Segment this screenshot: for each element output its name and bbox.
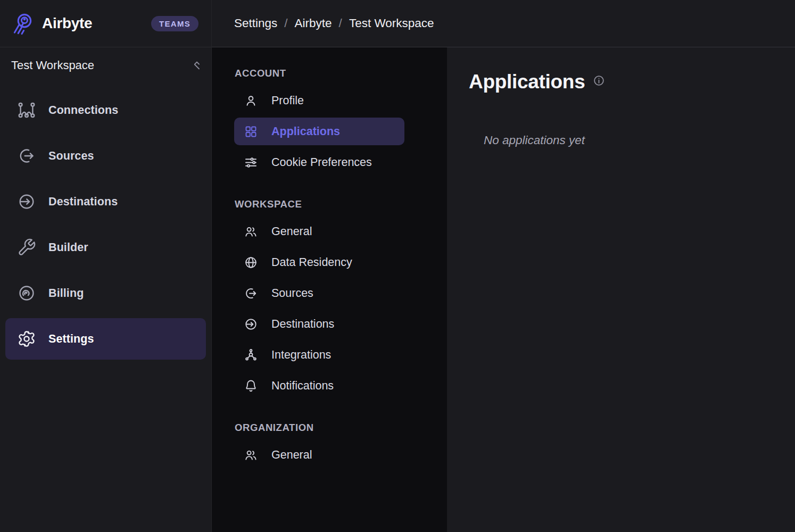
- settings-section-title: ORGANIZATION: [235, 422, 447, 434]
- workspace-switcher[interactable]: Test Workspace: [0, 47, 211, 84]
- settings-nav: ACCOUNTProfileApplicationsCookie Prefere…: [212, 47, 447, 532]
- brand-name: Airbyte: [42, 15, 92, 32]
- source-icon: [17, 146, 36, 165]
- title-row: Applications: [469, 71, 774, 93]
- page-title: Applications: [469, 71, 585, 93]
- breadcrumb-organization[interactable]: Airbyte: [295, 16, 332, 30]
- settings-item-profile[interactable]: Profile: [234, 87, 404, 114]
- settings-section-title: ACCOUNT: [235, 68, 447, 79]
- settings-item-label: Destinations: [271, 318, 334, 331]
- source-icon: [244, 286, 258, 301]
- settings-section-title: WORKSPACE: [235, 198, 447, 210]
- sidebar: Airbyte TEAMS Test Workspace Connections…: [0, 0, 212, 532]
- people-icon: [244, 225, 258, 239]
- destination-icon: [244, 317, 258, 331]
- breadcrumb-separator: /: [339, 16, 342, 30]
- bell-icon: [244, 379, 258, 393]
- sidebar-item-label: Builder: [48, 241, 88, 254]
- sidebar-item-connections[interactable]: Connections: [5, 89, 206, 131]
- people-icon: [244, 448, 258, 462]
- person-icon: [244, 94, 258, 108]
- settings-item-label: Profile: [271, 94, 304, 107]
- settings-item-label: General: [271, 225, 312, 238]
- settings-item-label: General: [271, 448, 312, 462]
- grid-icon: [244, 124, 258, 139]
- empty-state-text: No applications yet: [484, 134, 774, 147]
- sliders-icon: [244, 155, 258, 170]
- sidebar-item-label: Settings: [48, 332, 94, 346]
- settings-item-label: Data Residency: [271, 256, 352, 269]
- chevron-updown-icon: [190, 59, 204, 72]
- settings-section-workspace: WORKSPACEGeneralData ResidencySourcesDes…: [234, 198, 447, 400]
- settings-section-account: ACCOUNTProfileApplicationsCookie Prefere…: [234, 68, 447, 176]
- settings-item-label: Notifications: [271, 379, 334, 393]
- integrations-icon: [244, 348, 258, 362]
- billing-icon: [17, 284, 36, 303]
- breadcrumb-separator: /: [284, 16, 287, 30]
- content-row: ACCOUNTProfileApplicationsCookie Prefere…: [212, 47, 795, 532]
- logo-row: Airbyte TEAMS: [0, 0, 211, 47]
- gear-icon: [17, 329, 36, 348]
- settings-item-general[interactable]: General: [234, 218, 404, 245]
- connections-icon: [17, 101, 36, 120]
- settings-item-destinations[interactable]: Destinations: [234, 310, 404, 338]
- airbyte-logo-icon: [11, 11, 36, 36]
- main-column: Settings / Airbyte / Test Workspace ACCO…: [212, 0, 795, 532]
- breadcrumb-workspace[interactable]: Test Workspace: [349, 16, 434, 30]
- sidebar-item-label: Sources: [48, 149, 94, 163]
- settings-item-label: Integrations: [271, 348, 331, 362]
- main-content: Applications No applications yet: [447, 47, 795, 532]
- topbar: Settings / Airbyte / Test Workspace: [212, 0, 795, 47]
- breadcrumb-settings[interactable]: Settings: [234, 16, 277, 30]
- sidebar-item-label: Billing: [48, 287, 84, 300]
- settings-item-label: Applications: [271, 125, 340, 138]
- settings-item-cookie-preferences[interactable]: Cookie Preferences: [234, 148, 404, 176]
- builder-icon: [17, 238, 36, 257]
- info-icon[interactable]: [593, 74, 605, 87]
- settings-item-data-residency[interactable]: Data Residency: [234, 248, 404, 276]
- sidebar-nav: ConnectionsSourcesDestinationsBuilderBil…: [0, 84, 211, 360]
- breadcrumb: Settings / Airbyte / Test Workspace: [234, 16, 434, 30]
- sidebar-item-builder[interactable]: Builder: [5, 227, 206, 268]
- settings-item-applications[interactable]: Applications: [234, 118, 404, 145]
- sidebar-item-label: Connections: [48, 104, 118, 117]
- sidebar-item-destinations[interactable]: Destinations: [5, 181, 206, 222]
- destination-icon: [17, 192, 36, 211]
- settings-item-label: Cookie Preferences: [271, 156, 372, 169]
- globe-icon: [244, 255, 258, 270]
- settings-item-integrations[interactable]: Integrations: [234, 341, 404, 369]
- settings-item-sources[interactable]: Sources: [234, 279, 404, 307]
- workspace-name: Test Workspace: [11, 59, 94, 72]
- settings-item-notifications[interactable]: Notifications: [234, 372, 404, 400]
- sidebar-item-settings[interactable]: Settings: [5, 318, 206, 360]
- sidebar-item-billing[interactable]: Billing: [5, 272, 206, 314]
- sidebar-item-label: Destinations: [48, 195, 118, 209]
- sidebar-item-sources[interactable]: Sources: [5, 135, 206, 177]
- settings-item-general[interactable]: General: [234, 441, 404, 469]
- teams-badge: TEAMS: [151, 16, 198, 31]
- settings-section-organization: ORGANIZATIONGeneral: [234, 422, 447, 469]
- settings-item-label: Sources: [271, 287, 313, 300]
- airbyte-logo-link[interactable]: Airbyte: [11, 11, 92, 36]
